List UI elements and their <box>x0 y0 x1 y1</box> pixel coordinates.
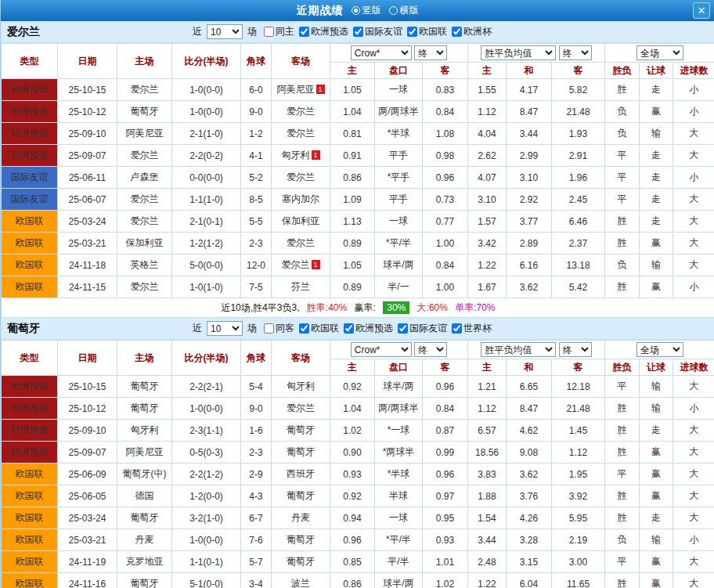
col-eu-home: 主 <box>468 63 507 79</box>
competition-filter-checkbox[interactable] <box>344 323 354 334</box>
europe-away-odds: 5.42 <box>552 276 605 298</box>
handicap-line: 平/半 <box>375 551 423 573</box>
summary-win-rate: 胜率:40% <box>307 302 347 313</box>
summary-odd-rate: 单率:70% <box>455 302 495 313</box>
match-row: 欧洲预选 25-09-10 匈牙利 2-3(1-1) 1-6 葡萄牙 1.02 … <box>2 420 714 442</box>
competition-filter[interactable]: 欧国联 <box>407 25 447 38</box>
competition-filter[interactable]: 同主 <box>264 25 294 38</box>
result-handicap: 走 <box>640 211 673 233</box>
col-date: 日期 <box>58 44 117 79</box>
competition-filter[interactable]: 同客 <box>264 322 294 335</box>
odds-company-select[interactable]: Crow* <box>351 342 412 357</box>
radio-selected-icon[interactable] <box>352 6 360 15</box>
competition-filter[interactable]: 世界杯 <box>452 322 492 335</box>
match-row: 欧洲预选 25-10-12 葡萄牙 1-0(0-0) 9-0 爱尔兰 1.04 … <box>2 398 714 420</box>
odds-time-select[interactable]: 终 <box>414 342 447 357</box>
col-res-ah: 让球 <box>640 63 673 79</box>
competition-filter-checkbox[interactable] <box>398 323 408 334</box>
away-team: 芬兰 <box>272 276 330 298</box>
europe-away-odds: 5.82 <box>552 79 605 101</box>
europe-draw-odds: 6.04 <box>507 573 552 588</box>
odds-time-select[interactable]: 终 <box>414 45 447 60</box>
result-goals: 大 <box>673 376 714 398</box>
europe-home-odds: 1.22 <box>468 573 507 588</box>
europe-away-odds: 1.12 <box>552 442 605 464</box>
result-wdl: 胜 <box>605 233 640 254</box>
match-date: 25-03-24 <box>58 211 117 233</box>
result-wdl: 平 <box>605 376 640 398</box>
col-date: 日期 <box>58 341 117 376</box>
handicap-away-odds: 1.01 <box>423 551 468 573</box>
europe-home-odds: 2.62 <box>468 145 507 167</box>
competition-filter-checkbox[interactable] <box>264 323 274 334</box>
handicap-away-odds: 1.00 <box>423 233 468 254</box>
col-ah-away: 客 <box>423 63 468 79</box>
match-row: 欧国联 24-11-19 克罗地亚 1-1(0-1) 5-7 葡萄牙 0.85 … <box>2 551 714 573</box>
handicap-select-cell: Crow* 终 <box>330 44 468 63</box>
europe-home-odds: 1.22 <box>468 254 507 276</box>
europe-home-odds: 3.10 <box>468 189 507 211</box>
match-date: 24-11-15 <box>58 276 117 298</box>
match-score: 2-1(0-1) <box>172 211 241 233</box>
europe-odds-select[interactable]: 胜平负均值 <box>481 342 556 357</box>
europe-away-odds: 2.19 <box>552 529 605 551</box>
competition-filter-label: 欧国联 <box>419 25 447 38</box>
result-handicap: 走 <box>640 167 673 189</box>
europe-time-select[interactable]: 终 <box>559 342 592 357</box>
competition-filter[interactable]: 国际友谊 <box>353 25 402 38</box>
scope-select[interactable]: 全场 <box>636 342 683 357</box>
col-res-wdl: 胜负 <box>605 63 640 79</box>
competition-filter[interactable]: 欧洲预选 <box>344 322 393 335</box>
result-wdl: 负 <box>605 529 640 551</box>
europe-away-odds: 6.46 <box>552 211 605 233</box>
competition-filter-checkbox[interactable] <box>452 27 462 37</box>
scope-select[interactable]: 全场 <box>636 45 683 60</box>
competition-filter-label: 同主 <box>276 25 294 38</box>
handicap-away-odds: 0.84 <box>423 398 468 420</box>
match-row: 欧洲预选 25-09-07 爱尔兰 2-2(0-2) 4-1 匈牙利1 0.91… <box>2 145 714 167</box>
competition-filter-checkbox[interactable] <box>299 323 309 334</box>
handicap-home-odds: 1.09 <box>330 189 375 211</box>
match-score: 2-2(1-2) <box>172 464 241 485</box>
near-label: 近 <box>193 322 202 335</box>
competition-filter-checkbox[interactable] <box>299 27 309 37</box>
competition-filter[interactable]: 欧洲预选 <box>299 25 348 38</box>
radio-unselected-icon[interactable] <box>389 6 398 15</box>
handicap-line: *半球 <box>375 123 423 145</box>
competition-filter[interactable]: 国际友谊 <box>398 322 447 335</box>
match-score: 1-2(0-0) <box>172 485 241 507</box>
odds-company-select[interactable]: Crow* <box>351 45 412 60</box>
home-team: 丹麦 <box>117 529 172 551</box>
result-goals: 大 <box>673 573 714 588</box>
recent-count-select[interactable]: 10 <box>207 24 243 39</box>
result-handicap: 输 <box>640 254 673 276</box>
corner-score: 6-0 <box>241 79 272 101</box>
result-handicap: 走 <box>640 189 673 211</box>
competition-filter-checkbox[interactable] <box>407 27 417 37</box>
europe-draw-odds: 8.47 <box>507 398 552 420</box>
team-name: 爱尔兰 <box>7 25 40 39</box>
horizontal-layout-radio[interactable]: 横版 <box>389 4 419 17</box>
competition-filter-checkbox[interactable] <box>264 27 274 37</box>
match-date: 25-09-07 <box>58 442 117 464</box>
horizontal-layout-label: 横版 <box>400 4 419 17</box>
competition-filter-checkbox[interactable] <box>452 323 462 334</box>
europe-draw-odds: 4.26 <box>507 507 552 529</box>
handicap-away-odds: 0.96 <box>423 464 468 485</box>
dialog-title: 近期战绩 <box>297 4 344 18</box>
competition-filter[interactable]: 欧洲杯 <box>452 25 492 38</box>
handicap-home-odds: 0.86 <box>330 167 375 189</box>
europe-home-odds: 3.44 <box>468 529 507 551</box>
europe-odds-select[interactable]: 胜平负均值 <box>481 45 556 60</box>
result-goals: 大 <box>673 189 714 211</box>
vertical-layout-radio[interactable]: 竖版 <box>352 4 381 17</box>
recent-count-select[interactable]: 10 <box>207 321 243 336</box>
europe-time-select[interactable]: 终 <box>559 45 592 60</box>
competition-filter-checkbox[interactable] <box>353 27 363 37</box>
close-button[interactable]: ✕ <box>693 2 710 19</box>
result-handicap: 赢 <box>640 276 673 298</box>
match-type: 欧洲预选 <box>2 101 58 123</box>
europe-draw-odds: 2.92 <box>507 189 552 211</box>
handicap-away-odds: 0.93 <box>423 529 468 551</box>
competition-filter[interactable]: 欧国联 <box>299 322 339 335</box>
